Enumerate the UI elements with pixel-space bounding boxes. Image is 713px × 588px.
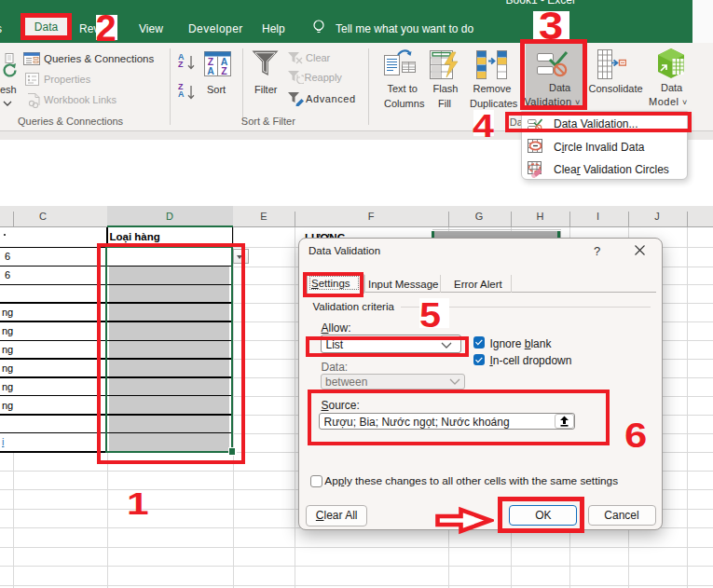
svg-text:Z: Z (221, 65, 227, 76)
svg-text:A: A (207, 65, 214, 76)
